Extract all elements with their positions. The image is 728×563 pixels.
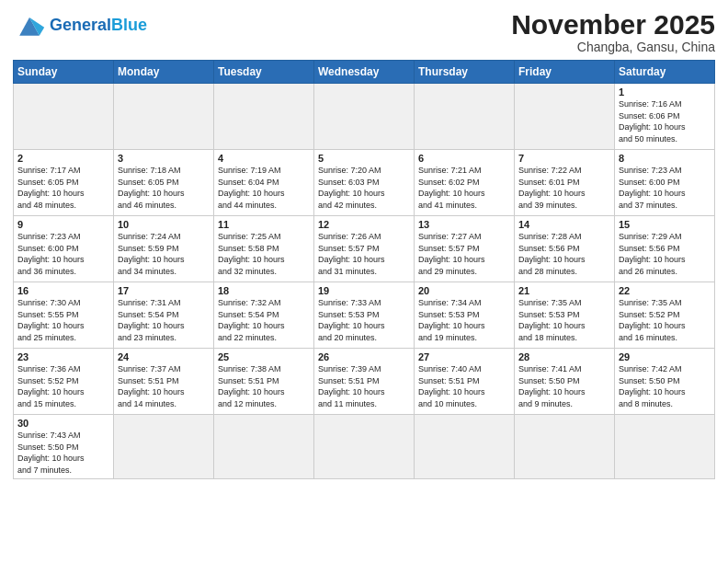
weekday-header-saturday: Saturday <box>615 61 715 84</box>
calendar-cell: 3Sunrise: 7:18 AM Sunset: 6:05 PM Daylig… <box>114 150 214 216</box>
calendar-cell: 23Sunrise: 7:36 AM Sunset: 5:52 PM Dayli… <box>14 349 114 415</box>
week-row-5: 23Sunrise: 7:36 AM Sunset: 5:52 PM Dayli… <box>14 349 715 415</box>
weekday-header-wednesday: Wednesday <box>314 61 415 84</box>
calendar-cell: 8Sunrise: 7:23 AM Sunset: 6:00 PM Daylig… <box>615 150 715 216</box>
weekday-header-friday: Friday <box>515 61 615 84</box>
calendar-cell: 1Sunrise: 7:16 AM Sunset: 6:06 PM Daylig… <box>615 84 715 150</box>
day-number: 8 <box>619 153 711 164</box>
day-info: Sunrise: 7:20 AM Sunset: 6:03 PM Dayligh… <box>318 165 410 211</box>
calendar-table: SundayMondayTuesdayWednesdayThursdayFrid… <box>13 60 715 479</box>
day-number: 10 <box>118 219 210 230</box>
calendar-cell: 13Sunrise: 7:27 AM Sunset: 5:57 PM Dayli… <box>415 216 515 282</box>
calendar-cell <box>114 84 214 150</box>
logo-general: General <box>50 16 111 34</box>
day-info: Sunrise: 7:16 AM Sunset: 6:06 PM Dayligh… <box>619 98 711 144</box>
day-info: Sunrise: 7:33 AM Sunset: 5:53 PM Dayligh… <box>318 297 410 343</box>
day-number: 23 <box>17 351 109 362</box>
day-number: 28 <box>518 351 610 362</box>
day-info: Sunrise: 7:23 AM Sunset: 6:00 PM Dayligh… <box>619 165 711 211</box>
day-info: Sunrise: 7:43 AM Sunset: 5:50 PM Dayligh… <box>17 430 109 476</box>
week-row-1: 1Sunrise: 7:16 AM Sunset: 6:06 PM Daylig… <box>14 84 715 150</box>
day-number: 21 <box>518 285 610 296</box>
day-number: 18 <box>218 285 310 296</box>
weekday-header-sunday: Sunday <box>14 61 114 84</box>
day-number: 17 <box>118 285 210 296</box>
day-number: 4 <box>218 153 310 164</box>
calendar-cell: 19Sunrise: 7:33 AM Sunset: 5:53 PM Dayli… <box>314 282 415 349</box>
day-number: 30 <box>17 418 109 429</box>
calendar-cell: 11Sunrise: 7:25 AM Sunset: 5:58 PM Dayli… <box>214 216 314 282</box>
calendar-cell: 9Sunrise: 7:23 AM Sunset: 6:00 PM Daylig… <box>14 216 114 282</box>
month-year: November 2025 <box>511 9 715 40</box>
calendar-cell <box>214 415 314 479</box>
calendar-cell <box>415 84 515 150</box>
day-info: Sunrise: 7:19 AM Sunset: 6:04 PM Dayligh… <box>218 165 310 211</box>
day-number: 5 <box>318 153 410 164</box>
weekday-header-row: SundayMondayTuesdayWednesdayThursdayFrid… <box>14 61 715 84</box>
day-info: Sunrise: 7:37 AM Sunset: 5:51 PM Dayligh… <box>118 363 210 409</box>
calendar-cell: 10Sunrise: 7:24 AM Sunset: 5:59 PM Dayli… <box>114 216 214 282</box>
calendar-cell: 20Sunrise: 7:34 AM Sunset: 5:53 PM Dayli… <box>415 282 515 349</box>
calendar-cell <box>214 84 314 150</box>
week-row-2: 2Sunrise: 7:17 AM Sunset: 6:05 PM Daylig… <box>14 150 715 216</box>
day-info: Sunrise: 7:29 AM Sunset: 5:56 PM Dayligh… <box>619 231 711 277</box>
header: GeneralBlue November 2025 Changba, Gansu… <box>13 9 715 54</box>
day-number: 22 <box>619 285 711 296</box>
calendar-cell: 5Sunrise: 7:20 AM Sunset: 6:03 PM Daylig… <box>314 150 415 216</box>
day-info: Sunrise: 7:27 AM Sunset: 5:57 PM Dayligh… <box>418 231 510 277</box>
calendar-cell: 30Sunrise: 7:43 AM Sunset: 5:50 PM Dayli… <box>14 415 114 479</box>
day-info: Sunrise: 7:34 AM Sunset: 5:53 PM Dayligh… <box>418 297 510 343</box>
title-block: November 2025 Changba, Gansu, China <box>511 9 715 54</box>
weekday-header-thursday: Thursday <box>415 61 515 84</box>
calendar-cell: 28Sunrise: 7:41 AM Sunset: 5:50 PM Dayli… <box>515 349 615 415</box>
day-number: 11 <box>218 219 310 230</box>
day-info: Sunrise: 7:35 AM Sunset: 5:53 PM Dayligh… <box>518 297 610 343</box>
calendar-cell: 27Sunrise: 7:40 AM Sunset: 5:51 PM Dayli… <box>415 349 515 415</box>
day-info: Sunrise: 7:23 AM Sunset: 6:00 PM Dayligh… <box>17 231 109 277</box>
day-info: Sunrise: 7:28 AM Sunset: 5:56 PM Dayligh… <box>518 231 610 277</box>
day-info: Sunrise: 7:25 AM Sunset: 5:58 PM Dayligh… <box>218 231 310 277</box>
day-number: 19 <box>318 285 410 296</box>
day-info: Sunrise: 7:42 AM Sunset: 5:50 PM Dayligh… <box>619 363 711 409</box>
day-info: Sunrise: 7:41 AM Sunset: 5:50 PM Dayligh… <box>518 363 610 409</box>
day-info: Sunrise: 7:22 AM Sunset: 6:01 PM Dayligh… <box>518 165 610 211</box>
day-info: Sunrise: 7:36 AM Sunset: 5:52 PM Dayligh… <box>17 363 109 409</box>
calendar-cell: 15Sunrise: 7:29 AM Sunset: 5:56 PM Dayli… <box>615 216 715 282</box>
generalblue-logo-icon <box>13 9 46 42</box>
week-row-6: 30Sunrise: 7:43 AM Sunset: 5:50 PM Dayli… <box>14 415 715 479</box>
calendar-cell <box>314 84 415 150</box>
calendar-cell <box>515 84 615 150</box>
weekday-header-tuesday: Tuesday <box>214 61 314 84</box>
calendar-cell: 24Sunrise: 7:37 AM Sunset: 5:51 PM Dayli… <box>114 349 214 415</box>
day-number: 26 <box>318 351 410 362</box>
day-info: Sunrise: 7:17 AM Sunset: 6:05 PM Dayligh… <box>17 165 109 211</box>
day-info: Sunrise: 7:24 AM Sunset: 5:59 PM Dayligh… <box>118 231 210 277</box>
calendar-cell <box>114 415 214 479</box>
calendar-cell: 17Sunrise: 7:31 AM Sunset: 5:54 PM Dayli… <box>114 282 214 349</box>
day-number: 13 <box>418 219 510 230</box>
week-row-3: 9Sunrise: 7:23 AM Sunset: 6:00 PM Daylig… <box>14 216 715 282</box>
day-number: 2 <box>17 153 109 164</box>
day-number: 3 <box>118 153 210 164</box>
day-number: 1 <box>619 86 711 98</box>
day-number: 12 <box>318 219 410 230</box>
calendar-cell: 25Sunrise: 7:38 AM Sunset: 5:51 PM Dayli… <box>214 349 314 415</box>
calendar-cell: 6Sunrise: 7:21 AM Sunset: 6:02 PM Daylig… <box>415 150 515 216</box>
location: Changba, Gansu, China <box>511 40 715 54</box>
calendar-cell: 26Sunrise: 7:39 AM Sunset: 5:51 PM Dayli… <box>314 349 415 415</box>
day-info: Sunrise: 7:38 AM Sunset: 5:51 PM Dayligh… <box>218 363 310 409</box>
day-number: 15 <box>619 219 711 230</box>
weekday-header-monday: Monday <box>114 61 214 84</box>
calendar-cell <box>415 415 515 479</box>
day-info: Sunrise: 7:40 AM Sunset: 5:51 PM Dayligh… <box>418 363 510 409</box>
day-info: Sunrise: 7:39 AM Sunset: 5:51 PM Dayligh… <box>318 363 410 409</box>
calendar-cell: 14Sunrise: 7:28 AM Sunset: 5:56 PM Dayli… <box>515 216 615 282</box>
calendar-cell <box>615 415 715 479</box>
calendar-cell <box>14 84 114 150</box>
day-number: 14 <box>518 219 610 230</box>
calendar-cell: 16Sunrise: 7:30 AM Sunset: 5:55 PM Dayli… <box>14 282 114 349</box>
logo: GeneralBlue <box>13 9 147 42</box>
calendar-cell: 4Sunrise: 7:19 AM Sunset: 6:04 PM Daylig… <box>214 150 314 216</box>
day-number: 6 <box>418 153 510 164</box>
week-row-4: 16Sunrise: 7:30 AM Sunset: 5:55 PM Dayli… <box>14 282 715 349</box>
